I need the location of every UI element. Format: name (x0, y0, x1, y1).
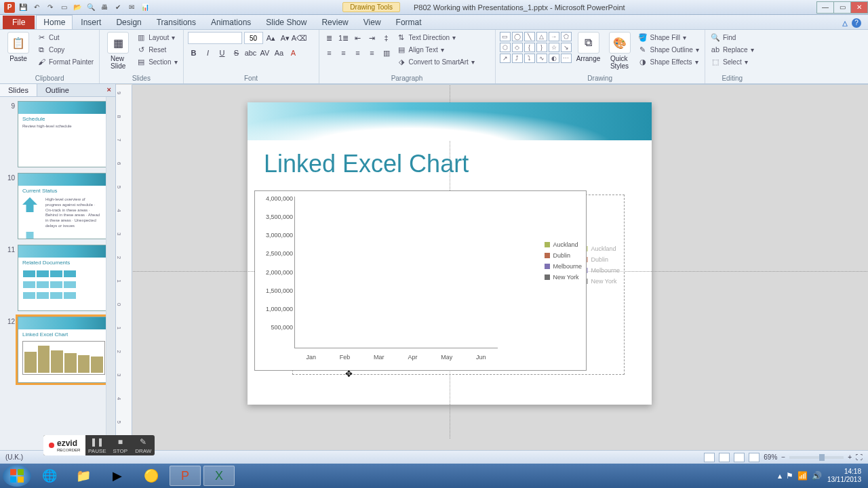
increase-indent-icon[interactable]: ⇥ (366, 32, 378, 44)
ezvid-pause-button[interactable]: ❚❚PAUSE (85, 435, 108, 455)
tray-network-icon[interactable]: 📶 (797, 471, 808, 481)
tab-insert[interactable]: Insert (74, 16, 108, 29)
taskbar-clock[interactable]: 14:18 13/11/2013 (827, 468, 861, 484)
tab-view[interactable]: View (357, 16, 388, 29)
thumbnail[interactable]: 11 Related Documents (3, 245, 110, 311)
numbering-icon[interactable]: 1≣ (338, 32, 350, 44)
chart-icon[interactable]: 📊 (140, 2, 151, 13)
decrease-indent-icon[interactable]: ⇤ (352, 32, 364, 44)
arrange-button[interactable]: ⧉Arrange (574, 32, 603, 62)
tab-slideshow[interactable]: Slide Show (259, 16, 313, 29)
align-text-button[interactable]: ▤Align Text ▾ (395, 44, 476, 55)
tray-up-icon[interactable]: ▴ (778, 471, 782, 481)
tray-volume-icon[interactable]: 🔊 (812, 471, 822, 481)
bullets-icon[interactable]: ≣ (323, 32, 336, 44)
shape-outline-button[interactable]: ✎Shape Outline ▾ (637, 44, 701, 55)
new-icon[interactable]: ▭ (58, 2, 69, 13)
select-button[interactable]: ⬚Select ▾ (709, 56, 755, 67)
fit-to-window-button[interactable]: ⛶ (856, 453, 863, 461)
tab-transitions[interactable]: Transitions (150, 16, 203, 29)
task-powerpoint[interactable]: P (170, 466, 201, 486)
ezvid-stop-button[interactable]: ■STOP (108, 435, 132, 455)
align-right-icon[interactable]: ≡ (352, 47, 364, 59)
slide-canvas[interactable]: Linked Excel Chart 4,000,0003,500,0003,0… (132, 85, 868, 488)
line-spacing-icon[interactable]: ‡ (380, 32, 393, 44)
email-icon[interactable]: ✉ (126, 2, 137, 13)
new-slide-button[interactable]: ▦New Slide (104, 32, 132, 70)
shadow-button[interactable]: abc (245, 47, 257, 59)
clear-format-icon[interactable]: A⌫ (294, 32, 306, 44)
close-button[interactable]: ✕ (850, 1, 868, 14)
font-family-combo[interactable] (188, 32, 242, 44)
redo-icon[interactable]: ↷ (45, 2, 56, 13)
thumbnails-scrollbar[interactable] (106, 97, 115, 464)
task-chrome[interactable]: 🟡 (136, 466, 167, 486)
find-button[interactable]: 🔍Find (709, 32, 755, 43)
shape-effects-button[interactable]: ◑Shape Effects ▾ (637, 56, 701, 67)
zoom-level[interactable]: 69% (764, 453, 777, 461)
task-excel[interactable]: X (203, 466, 235, 486)
quick-styles-button[interactable]: 🎨Quick Styles (606, 32, 634, 70)
thumbnail[interactable]: 9 ScheduleReview high-level schedule (3, 101, 110, 167)
italic-button[interactable]: I (202, 47, 214, 59)
normal-view-button[interactable] (704, 453, 715, 462)
undo-icon[interactable]: ↶ (31, 2, 42, 13)
reading-view-button[interactable] (734, 453, 745, 462)
panel-close-button[interactable]: × (103, 84, 115, 96)
preview-icon[interactable]: 🔍 (85, 2, 96, 13)
app-icon[interactable]: P (4, 2, 15, 13)
case-button[interactable]: Aa (273, 47, 285, 59)
thumbnail[interactable]: 10 Current StatusHigh-level overview of … (3, 173, 110, 239)
reset-button[interactable]: ↺Reset (135, 44, 178, 55)
panel-tab-slides[interactable]: Slides (0, 84, 37, 96)
minimize-button[interactable]: — (816, 1, 834, 14)
copy-button[interactable]: ⧉Copy (35, 44, 95, 55)
chart-object[interactable]: 4,000,0003,500,0003,000,0002,500,0002,00… (254, 190, 587, 371)
cut-button[interactable]: ✂Cut (35, 32, 95, 43)
tray-flag-icon[interactable]: ⚑ (786, 471, 793, 481)
justify-icon[interactable]: ≡ (366, 47, 378, 59)
tab-design[interactable]: Design (109, 16, 148, 29)
format-painter-button[interactable]: 🖌Format Painter (35, 56, 95, 67)
tab-home[interactable]: Home (36, 15, 73, 29)
align-center-icon[interactable]: ≡ (338, 47, 350, 59)
grow-font-icon[interactable]: A▴ (265, 32, 277, 44)
vertical-ruler[interactable]: 9 8 7 6 5 4 3 2 1 0 1 2 3 4 5 6 7 8 9 (116, 85, 132, 488)
ezvid-recorder-overlay[interactable]: ezvidRECORDER ❚❚PAUSE ■STOP ✎DRAW (43, 435, 155, 455)
file-tab[interactable]: File (3, 16, 35, 29)
convert-smartart-button[interactable]: ⬗Convert to SmartArt ▾ (395, 56, 476, 67)
section-button[interactable]: ▤Section ▾ (135, 56, 178, 67)
panel-tab-outline[interactable]: Outline (37, 84, 77, 96)
text-direction-button[interactable]: ⇅Text Direction ▾ (395, 32, 476, 43)
slideshow-view-button[interactable] (749, 453, 760, 462)
strike-button[interactable]: S (231, 47, 243, 59)
status-language[interactable]: (U.K.) (5, 453, 23, 461)
font-size-combo[interactable] (244, 32, 263, 44)
task-media[interactable]: ▶ (102, 466, 133, 486)
task-ie[interactable]: 🌐 (34, 466, 65, 486)
zoom-out-button[interactable]: − (781, 453, 785, 461)
font-color-button[interactable]: A (288, 47, 300, 59)
tab-review[interactable]: Review (315, 16, 355, 29)
shape-gallery[interactable]: ▭◯╲△→⬠ ⬡◇{}☆↘ ↗⤴⤵∿◐⋯ (500, 32, 572, 63)
zoom-slider[interactable] (789, 456, 844, 459)
layout-button[interactable]: ▥Layout ▾ (135, 32, 178, 43)
align-left-icon[interactable]: ≡ (323, 47, 336, 59)
tab-animations[interactable]: Animations (204, 16, 258, 29)
quickprint-icon[interactable]: 🖶 (99, 2, 110, 13)
underline-button[interactable]: U (216, 47, 229, 59)
sorter-view-button[interactable] (719, 453, 730, 462)
start-button[interactable] (3, 465, 31, 487)
shape-fill-button[interactable]: 🪣Shape Fill ▾ (637, 32, 701, 43)
bold-button[interactable]: B (188, 47, 200, 59)
slide[interactable]: Linked Excel Chart 4,000,0003,500,0003,0… (248, 102, 652, 405)
replace-button[interactable]: abReplace ▾ (709, 44, 755, 55)
maximize-button[interactable]: ▭ (833, 1, 851, 14)
system-tray[interactable]: ▴ ⚑ 📶 🔊 14:18 13/11/2013 (778, 468, 865, 484)
thumbnail[interactable]: 12 Linked Excel Chart (3, 317, 110, 383)
minimize-ribbon-icon[interactable]: ▵ (842, 16, 848, 29)
columns-icon[interactable]: ▥ (380, 47, 393, 59)
ezvid-draw-button[interactable]: ✎DRAW (132, 435, 155, 455)
paste-button[interactable]: 📋Paste (4, 32, 33, 62)
tab-format[interactable]: Format (389, 16, 429, 29)
